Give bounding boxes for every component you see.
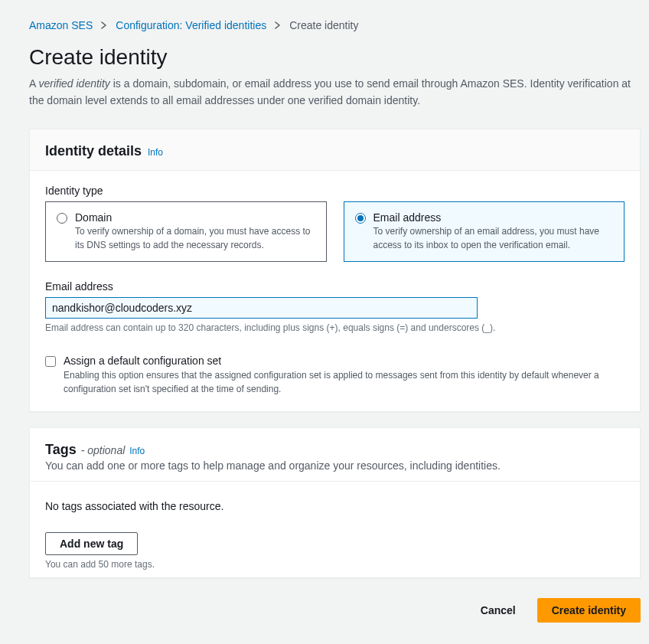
assign-config-set-label: Assign a default configuration set (64, 355, 625, 367)
assign-config-set-checkbox[interactable] (45, 356, 56, 367)
chevron-right-icon (274, 21, 282, 29)
option-desc: To verify ownership of an email address,… (373, 225, 614, 252)
breadcrumb-current: Create identity (289, 19, 358, 31)
option-title: Domain (75, 211, 315, 224)
email-help-text: Email address can contain up to 320 char… (45, 322, 625, 333)
info-link-tags[interactable]: Info (129, 446, 145, 456)
breadcrumb-link-verified-identities[interactable]: Configuration: Verified identities (116, 19, 266, 31)
radio-icon (355, 213, 366, 224)
panel-title-tags: Tags (45, 442, 77, 458)
page-description: A verified identity is a domain, subdoma… (29, 76, 634, 109)
tags-empty-state: No tags associated with the resource. (45, 500, 625, 512)
add-new-tag-button[interactable]: Add new tag (45, 532, 138, 555)
option-desc: To verify ownership of a domain, you mus… (75, 225, 315, 252)
breadcrumb-link-ses[interactable]: Amazon SES (29, 19, 93, 31)
label-email-address: Email address (45, 280, 625, 293)
email-address-input[interactable] (45, 297, 478, 319)
radio-icon (57, 213, 67, 224)
cancel-button[interactable]: Cancel (470, 598, 527, 623)
panel-suffix-tags: - optional (81, 444, 126, 456)
panel-tags: Tags - optional Info You can add one or … (29, 427, 641, 578)
label-identity-type: Identity type (45, 185, 625, 197)
page-title: Create identity (29, 45, 641, 70)
create-identity-button[interactable]: Create identity (537, 598, 641, 623)
chevron-right-icon (100, 21, 108, 29)
option-title: Email address (373, 211, 614, 224)
panel-identity-details: Identity details Info Identity type Doma… (29, 129, 641, 412)
identity-type-option-email[interactable]: Email address To verify ownership of an … (344, 201, 625, 262)
breadcrumb: Amazon SES Configuration: Verified ident… (29, 19, 641, 31)
assign-config-set-desc: Enabling this option ensures that the as… (64, 368, 625, 396)
tags-desc: You can add one or more tags to help man… (45, 459, 625, 472)
info-link-identity-details[interactable]: Info (148, 147, 163, 158)
identity-type-option-domain[interactable]: Domain To verify ownership of a domain, … (45, 201, 327, 262)
footer-actions: Cancel Create identity (29, 593, 641, 623)
tags-remaining-text: You can add 50 more tags. (45, 559, 625, 570)
panel-title-identity-details: Identity details (45, 143, 142, 159)
